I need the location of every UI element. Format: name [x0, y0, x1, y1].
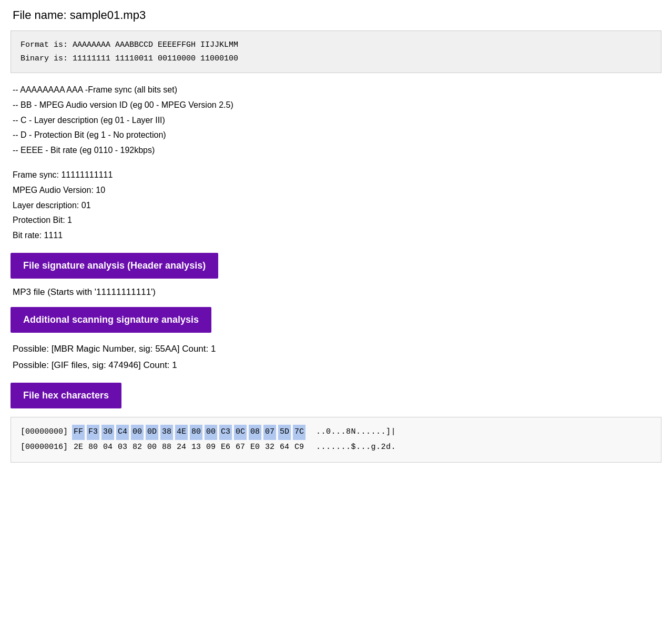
additional-scanning-button[interactable]: Additional scanning signature analysis — [11, 307, 211, 333]
hex-byte: 2E — [72, 440, 85, 455]
values-block: Frame sync: 11111111111MPEG Audio Versio… — [11, 168, 661, 243]
format-box: Format is: AAAAAAAA AAABBCCD EEEEFFGH II… — [11, 30, 661, 73]
hex-byte: 88 — [160, 440, 173, 455]
hex-byte: 64 — [278, 440, 291, 455]
format-line2: Binary is: 11111111 11110011 00110000 11… — [21, 52, 651, 66]
hex-byte: 07 — [263, 425, 276, 440]
scanning-results: Possible: [MBR Magic Number, sig: 55AA] … — [11, 341, 661, 373]
hex-byte: 04 — [101, 440, 114, 455]
value-line: Frame sync: 11111111111 — [13, 168, 659, 183]
hex-byte: 00 — [205, 425, 217, 440]
hex-byte: 24 — [175, 440, 188, 455]
value-line: Layer description: 01 — [13, 198, 659, 213]
hex-byte: 0D — [146, 425, 158, 440]
hex-byte: 0C — [234, 425, 247, 440]
description-line: -- D - Protection Bit (eg 1 - No protect… — [13, 128, 659, 143]
description-line: -- BB - MPEG Audio version ID (eg 00 - M… — [13, 98, 659, 113]
description-line: -- AAAAAAAA AAA -Frame sync (all bits se… — [13, 83, 659, 98]
scanning-result-line: Possible: [GIF files, sig: 474946] Count… — [13, 357, 659, 374]
hex-bytes: FFF330C4000D384E8000C30C08075D7C — [72, 425, 306, 440]
hex-byte: F3 — [87, 425, 99, 440]
hex-byte: 00 — [146, 440, 158, 455]
hex-bytes: 2E800403820088241309E667E03264C9 — [72, 440, 306, 455]
hex-characters-button[interactable]: File hex characters — [11, 383, 121, 408]
hex-byte: 7C — [293, 425, 306, 440]
format-line1: Format is: AAAAAAAA AAABBCCD EEEEFFGH II… — [21, 38, 651, 52]
description-line: -- EEEE - Bit rate (eg 0110 - 192kbps) — [13, 143, 659, 158]
hex-byte: 5D — [278, 425, 291, 440]
description-line: -- C - Layer description (eg 01 - Layer … — [13, 113, 659, 128]
value-line: MPEG Audio Version: 10 — [13, 183, 659, 198]
hex-byte: 08 — [249, 425, 261, 440]
hex-offset: [00000016] — [21, 440, 68, 455]
scanning-result-line: Possible: [MBR Magic Number, sig: 55AA] … — [13, 341, 659, 357]
hex-ascii: ..0...8N......]| — [316, 425, 396, 440]
hex-byte: 82 — [131, 440, 144, 455]
hex-byte: 00 — [131, 425, 144, 440]
hex-box: [00000000]FFF330C4000D384E8000C30C08075D… — [11, 417, 661, 463]
hex-byte: 4E — [175, 425, 188, 440]
hex-byte: 80 — [190, 425, 202, 440]
hex-row: [00000000]FFF330C4000D384E8000C30C08075D… — [21, 425, 651, 440]
hex-byte: FF — [72, 425, 85, 440]
hex-byte: 80 — [87, 440, 99, 455]
page-title: File name: sample01.mp3 — [11, 8, 661, 22]
hex-byte: E0 — [249, 440, 261, 455]
value-line: Protection Bit: 1 — [13, 213, 659, 228]
hex-offset: [00000000] — [21, 425, 68, 440]
signature-analysis-button[interactable]: File signature analysis (Header analysis… — [11, 253, 218, 279]
hex-byte: E6 — [219, 440, 232, 455]
hex-row: [00000016]2E800403820088241309E667E03264… — [21, 440, 651, 455]
hex-byte: C3 — [219, 425, 232, 440]
hex-ascii: .......$...g.2d. — [316, 440, 396, 455]
hex-byte: C4 — [116, 425, 129, 440]
hex-byte: C9 — [293, 440, 306, 455]
hex-byte: 03 — [116, 440, 129, 455]
hex-byte: 38 — [160, 425, 173, 440]
value-line: Bit rate: 1111 — [13, 228, 659, 243]
hex-byte: 67 — [234, 440, 247, 455]
hex-byte: 13 — [190, 440, 202, 455]
hex-byte: 30 — [101, 425, 114, 440]
hex-byte: 09 — [205, 440, 217, 455]
hex-byte: 32 — [263, 440, 276, 455]
signature-result: MP3 file (Starts with '11111111111') — [11, 287, 661, 298]
description-block: -- AAAAAAAA AAA -Frame sync (all bits se… — [11, 83, 661, 158]
